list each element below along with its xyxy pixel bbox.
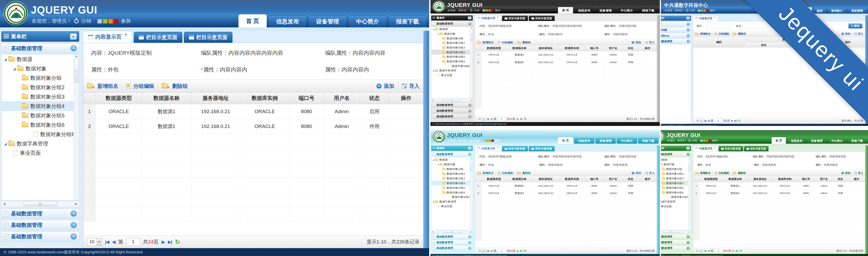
- nav-tab-system[interactable]: 系统管理: [847, 7, 867, 13]
- tree-item[interactable]: ◢数据源: [431, 157, 472, 162]
- tree-item[interactable]: 数据对象分组6: [2, 130, 79, 139]
- accordion-section-2[interactable]: 基础数据管理▼: [1, 209, 79, 218]
- tree-item-selected[interactable]: 数据对象分组4: [431, 50, 472, 54]
- accordion-section-basic-data[interactable]: 基础数据管理 ▼: [661, 152, 691, 157]
- nav-tab-device[interactable]: 设备管理: [595, 7, 616, 13]
- scroll-left-icon[interactable]: ◀: [2, 202, 7, 206]
- scroll-left-icon[interactable]: ◀: [431, 231, 434, 232]
- chevron-down-icon[interactable]: ▼: [700, 249, 703, 253]
- skin-link[interactable]: 换肤: [495, 139, 500, 142]
- tree-item[interactable]: 数据对象分组2: [431, 41, 472, 45]
- first-page-button[interactable]: |◀: [704, 249, 706, 252]
- sidebar-collapse-button[interactable]: «: [686, 147, 690, 150]
- nav-tab-report[interactable]: 报表下载: [847, 138, 867, 144]
- tree-item[interactable]: 数据对象分组: [661, 167, 691, 171]
- first-page-button[interactable]: |◀: [487, 118, 489, 120]
- scroll-right-icon[interactable]: ▶: [470, 99, 472, 101]
- skin-swatch-red[interactable]: [706, 9, 709, 11]
- skin-swatch-red[interactable]: [491, 140, 494, 142]
- edit-group-button[interactable]: 分组编辑: [715, 32, 729, 35]
- tree-horizontal-scrollbar[interactable]: ◀ ||| ▶: [431, 99, 473, 102]
- next-page-button[interactable]: ▶: [517, 118, 519, 120]
- sidebar-collapse-button[interactable]: «: [70, 33, 77, 40]
- nav-tab-device[interactable]: 设备管理: [309, 15, 347, 27]
- scrollbar-thumb[interactable]: |||: [663, 231, 680, 233]
- chevron-down-icon[interactable]: ▼: [482, 249, 485, 253]
- expand-icon[interactable]: ◢: [4, 57, 7, 61]
- skin-swatch-green[interactable]: [103, 19, 107, 24]
- close-icon[interactable]: ×: [125, 32, 127, 37]
- tree-item[interactable]: 数据对象分组: [2, 73, 79, 83]
- col-server-addr[interactable]: 服务器地址: [533, 176, 559, 182]
- tree-item[interactable]: ◢数据字典管理: [431, 199, 472, 204]
- expand-icon[interactable]: ◢: [433, 70, 434, 71]
- logout-link[interactable]: 注销: [692, 139, 697, 142]
- skin-link[interactable]: 换肤: [710, 9, 715, 12]
- page-number-input[interactable]: [498, 249, 505, 253]
- tree-item[interactable]: ◢数据对象: [661, 162, 691, 167]
- nav-tab-info[interactable]: 信息发布: [574, 7, 594, 13]
- skin-swatch-green[interactable]: [486, 140, 488, 142]
- accordion-section-4[interactable]: 基础数据管理▼: [1, 231, 79, 242]
- chevron-down-icon[interactable]: ▼: [482, 117, 485, 121]
- col-db-instance[interactable]: 数据库实例: [240, 93, 289, 104]
- chevron-down-icon[interactable]: ▼: [687, 235, 690, 238]
- accordion-section-basic-data[interactable]: 基础数据管理▼: [661, 39, 691, 44]
- chevron-down-icon[interactable]: ▼: [687, 40, 690, 43]
- tab-content-display[interactable]: 内容显示页 ×: [693, 145, 718, 151]
- col-username[interactable]: 用户名: [603, 176, 623, 182]
- nav-tab-intro[interactable]: 中心简介: [617, 138, 637, 144]
- nav-tab-device[interactable]: 设备管理: [595, 138, 616, 144]
- tree-item[interactable]: 数据对象分组6: [431, 195, 472, 199]
- skin-swatch-orange[interactable]: [489, 9, 491, 11]
- logout-link[interactable]: 注销: [690, 9, 694, 12]
- tree-item[interactable]: 事业页面: [2, 148, 79, 158]
- chevron-down-icon[interactable]: ▼: [468, 22, 471, 25]
- accordion-section-4[interactable]: 基础数据管理▼: [661, 246, 691, 251]
- edit-group-button[interactable]: 分组编辑: [498, 41, 513, 44]
- delete-group-button[interactable]: ×删除组: [162, 83, 188, 90]
- nav-tab-report[interactable]: 报表下载: [638, 7, 658, 13]
- add-button[interactable]: +添加: [841, 171, 850, 175]
- tree-item[interactable]: ◢数据字典管理: [431, 68, 472, 73]
- col-operation[interactable]: 操作: [639, 46, 656, 51]
- skin-link[interactable]: 换肤: [495, 9, 500, 12]
- tree-item[interactable]: ◢数据源: [431, 27, 472, 32]
- chevron-down-icon[interactable]: ▼: [687, 152, 690, 156]
- accordion-section-new-features[interactable]: 新加功能▼: [661, 27, 691, 32]
- scroll-right-icon[interactable]: ▶: [74, 202, 79, 206]
- accordion-section-bugfix[interactable]: 修复的bug▼: [661, 33, 691, 38]
- tree-item[interactable]: 数据对象分组6: [661, 190, 691, 195]
- nav-tab-intro[interactable]: 中心简介: [348, 15, 386, 27]
- col-server-addr[interactable]: 服务器地址: [748, 176, 772, 182]
- nav-tab-report[interactable]: 报表下载: [389, 15, 427, 27]
- nav-tab-intro[interactable]: 中心简介: [617, 7, 637, 13]
- tree-item[interactable]: ◢数据源: [2, 54, 79, 64]
- tab-column-page-2[interactable]: 栏目示意页面: [184, 32, 232, 43]
- page-size-select[interactable]: 10▼: [695, 119, 703, 122]
- tree-vertical-scrollbar[interactable]: ▲≡: [74, 54, 79, 200]
- page-number-input[interactable]: [498, 117, 505, 121]
- tab-column-page-1[interactable]: 栏目示意页面: [719, 146, 743, 151]
- skin-link[interactable]: 换肤: [712, 139, 717, 142]
- next-page-button[interactable]: ▶: [517, 249, 519, 252]
- col-status[interactable]: 状态: [360, 93, 389, 104]
- logout-link[interactable]: 注销: [81, 18, 91, 25]
- accordion-section-4[interactable]: 基础数据管理▼: [431, 246, 473, 251]
- prev-page-button[interactable]: ◀: [708, 249, 709, 252]
- tab-column-page-1[interactable]: 栏目示意页面: [502, 15, 528, 21]
- skin-swatch-orange[interactable]: [704, 9, 706, 11]
- col-source-name[interactable]: 数据源名称: [723, 176, 748, 182]
- prev-page-button[interactable]: ◀: [708, 119, 709, 122]
- skin-swatch-red[interactable]: [491, 9, 494, 11]
- add-group-button[interactable]: +新增组名: [695, 32, 711, 35]
- tree-item[interactable]: ◢数据源: [661, 157, 691, 162]
- skin-swatch-green[interactable]: [703, 140, 705, 142]
- nav-tab-home[interactable]: 首 页: [772, 137, 786, 144]
- tree-item[interactable]: 数据对象分组: [431, 36, 472, 41]
- sidebar-collapse-button[interactable]: «: [686, 17, 690, 20]
- tree-item[interactable]: 事业页面: [661, 204, 691, 209]
- col-username[interactable]: 用户名: [603, 46, 623, 51]
- page-size-select[interactable]: 10▼: [87, 238, 102, 246]
- close-icon[interactable]: ×: [497, 16, 498, 19]
